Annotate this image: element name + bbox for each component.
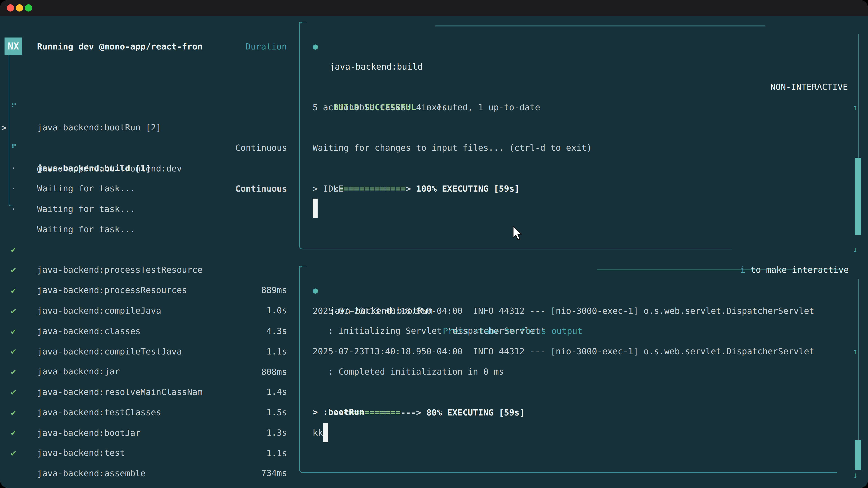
task-bullet-icon: ● [313,36,318,57]
build-progress-line: <=============> 100% EXECUTING [59s] [313,158,520,178]
task-row-completed[interactable]: ✔ java-backend:compileTestJava 808ms [0,301,294,321]
waiting-for-changes-line: Waiting for changes to input files... (c… [313,138,592,158]
log-line: 2025-07-23T13:40:18.950-04:00 INFO 44312… [313,341,814,361]
build-panel-title: java-backend:build [330,57,423,77]
page-prev-arrow[interactable]: ← [9,483,15,488]
waiting-dot-icon: · [11,199,16,219]
waiting-label: Waiting for task... [37,199,135,219]
task-row-completed[interactable]: ✔ java-backend:assemble 774ms [0,422,294,443]
task-row-waiting: · Waiting for task... [0,158,294,178]
close-window-button[interactable] [7,4,14,11]
scroll-up-arrow[interactable]: ↑ [852,97,858,118]
build-output-panel-border [299,22,733,250]
scroll-down-arrow[interactable]: ↓ [852,239,858,260]
build-status-line: BUILD SUCCESSFUL in 1s [313,77,447,97]
bootrun-progress-line: <<<==========---> 80% EXECUTING [59s] [313,382,525,402]
task-row-completed[interactable]: ✔ java-backend:classes 1.1s [0,281,294,301]
build-scrollbar-track[interactable] [858,34,859,158]
bootrun-header-rule [597,269,845,270]
terminal-input-text[interactable]: kk [313,422,323,443]
app-window: NX Running dev @mono-app/react-fron Dura… [0,0,868,488]
build-header-rule [435,26,765,26]
progress-bar-fill: ============= [338,184,405,194]
scroll-down-arrow[interactable]: ↓ [852,465,858,485]
tasks-summary-line: 5 actionable tasks: 4 executed, 1 up-to-… [313,97,540,118]
non-interactive-badge: NON-INTERACTIVE [770,77,848,97]
bootrun-scrollbar-track[interactable] [858,279,859,440]
mouse-cursor-icon [511,226,524,242]
task-bullet-icon: ● [313,280,318,300]
zoom-window-button[interactable] [25,4,32,11]
check-icon: ✔ [11,443,16,463]
progress-tail: > [406,184,411,194]
task-row-build-selected[interactable]: > ⠋ java-backend:build [1] Continuous [0,97,294,118]
scroll-up-arrow[interactable]: ↑ [852,341,858,361]
progress-label: 80% EXECUTING [59s] [421,408,525,418]
duration-column-header: Duration [246,36,287,57]
task-row-bootrun[interactable]: ⠋ java-backend:bootRun [2] Continuous [0,76,294,97]
task-row-completed[interactable]: ✔ java-backend:processResources 1.0s [0,239,294,260]
task-name: java-backend:test [37,443,125,463]
task-row-frontend-dev[interactable]: ⠋ @mono-app/react-frontend:dev Continuou… [0,118,294,138]
log-line: : Initializing Servlet 'dispatcherServle… [313,321,546,341]
minimize-window-button[interactable] [16,4,23,11]
left-panel-footer: ← 1/2 → quit: q help: ? [0,463,294,483]
terminal-cursor [323,423,328,442]
task-list-title: Running dev @mono-app/react-fron [37,36,203,57]
gradle-idle-prompt: > IDLE [313,178,344,199]
task-row-waiting: · Waiting for task... [0,178,294,199]
terminal-cursor [313,199,318,218]
title-bar [0,0,868,16]
bootrun-task-prompt: > :bootRun [313,402,364,422]
progress-label: 100% EXECUTING [59s] [411,184,520,194]
task-row-completed[interactable]: ✔ java-backend:resolveMainClassNam 1.5s [0,341,294,361]
interactive-hint: i to make interactive [655,239,849,260]
task-row-completed[interactable]: ✔ java-backend:processTestResource 889ms [0,219,294,239]
task-row-completed[interactable]: ✔ java-backend:test 734ms [0,402,294,422]
build-scrollbar-thumb[interactable] [855,158,861,235]
log-line: 2025-07-23T13:40:18.950-04:00 INFO 44312… [313,301,814,321]
task-duration: 1.1s [266,443,287,463]
task-row-completed[interactable]: ✔ java-backend:bootJar 1.1s [0,382,294,402]
log-line: : Completed initialization in 0 ms [313,361,504,382]
task-row-completed[interactable]: ✔ java-backend:testClasses 1.3s [0,361,294,382]
task-row-completed[interactable]: ✔ java-backend:jar 1.4s [0,321,294,341]
task-duration: 774ms [261,484,287,488]
task-row-waiting: · Waiting for task... [0,138,294,158]
progress-tail: ---> [401,408,421,418]
